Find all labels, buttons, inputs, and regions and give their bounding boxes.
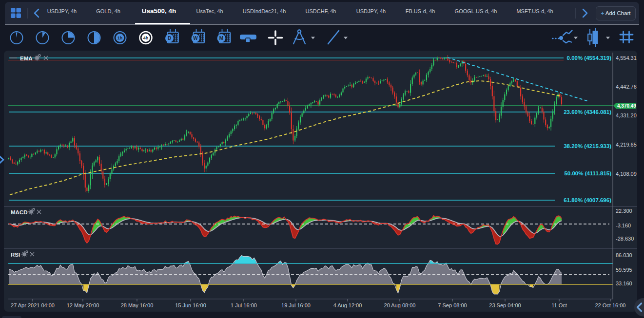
svg-text:19 Jul 16:00: 19 Jul 16:00 [281, 302, 311, 308]
svg-text:15 Jun 16:00: 15 Jun 16:00 [175, 302, 206, 308]
svg-text:M: M [219, 36, 223, 41]
svg-text:4,370.49: 4,370.49 [617, 103, 636, 109]
svg-text:22.300: 22.300 [616, 208, 632, 214]
svg-text:11 Oct: 11 Oct [551, 302, 567, 308]
svg-text:4h: 4h [143, 36, 149, 40]
svg-text:61.80% (4007.696): 61.80% (4007.696) [564, 197, 611, 203]
svg-text:4,554.31: 4,554.31 [616, 55, 637, 61]
svg-text:86.030: 86.030 [616, 252, 632, 258]
svg-text:27 Apr 2021 04:00: 27 Apr 2021 04:00 [11, 302, 55, 308]
svg-text:D: D [168, 36, 171, 41]
svg-text:W: W [193, 36, 198, 41]
svg-text:4,442.76: 4,442.76 [616, 84, 637, 90]
svg-text:7 Sep 08:00: 7 Sep 08:00 [438, 302, 467, 308]
svg-text:1h: 1h [117, 36, 123, 40]
svg-text:4,219.65: 4,219.65 [616, 142, 637, 148]
svg-text:4,331.20: 4,331.20 [616, 112, 637, 118]
svg-text:-28.630: -28.630 [616, 236, 634, 242]
svg-text:50.00% (4111.815): 50.00% (4111.815) [564, 170, 611, 176]
svg-text:23 Sep 04:00: 23 Sep 04:00 [489, 302, 521, 308]
svg-text:-3.160: -3.160 [616, 223, 631, 228]
svg-text:0.00% (4554.319): 0.00% (4554.319) [567, 55, 612, 61]
svg-text:20 Aug 08:00: 20 Aug 08:00 [384, 302, 416, 308]
svg-text:EMA: EMA [20, 56, 33, 61]
svg-text:38.20% (4215.933): 38.20% (4215.933) [564, 143, 611, 149]
svg-text:MACD: MACD [11, 209, 28, 215]
svg-text:4,108.09: 4,108.09 [616, 171, 637, 177]
svg-text:23.60% (4346.081): 23.60% (4346.081) [564, 109, 611, 115]
svg-text:22 Oct 16:00: 22 Oct 16:00 [595, 302, 626, 308]
svg-text:59.595: 59.595 [616, 267, 632, 273]
svg-text:33.160: 33.160 [616, 281, 632, 286]
svg-text:4 Aug 12:00: 4 Aug 12:00 [333, 302, 362, 308]
svg-text:28 May 16:00: 28 May 16:00 [121, 302, 154, 308]
svg-text:12 May 20:00: 12 May 20:00 [67, 302, 99, 308]
svg-text:1 Jul 16:00: 1 Jul 16:00 [231, 302, 257, 308]
svg-text:RSI: RSI [11, 252, 20, 258]
